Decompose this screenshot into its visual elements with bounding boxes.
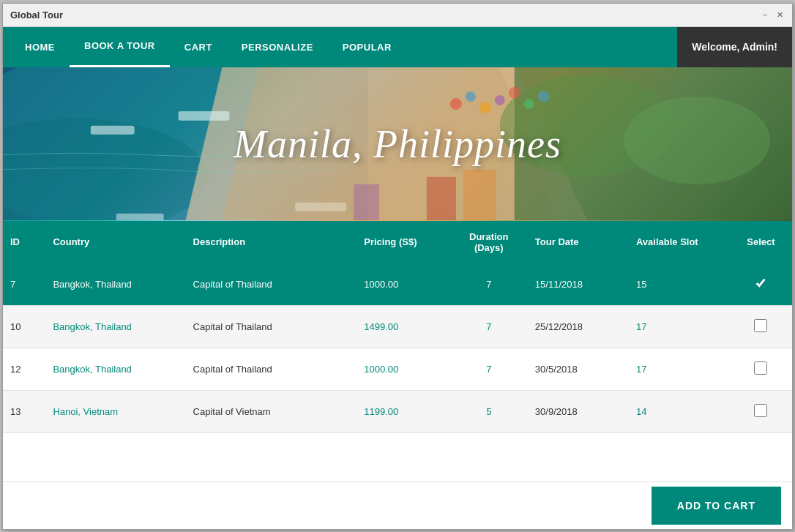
cell-id: 7 bbox=[3, 263, 45, 306]
navbar: HOME BOOK A TOUR CART PERSONALIZE POPULA… bbox=[3, 27, 792, 67]
cell-select bbox=[730, 348, 792, 390]
svg-point-10 bbox=[450, 97, 462, 109]
cell-tour-date: 30/5/2018 bbox=[528, 348, 629, 390]
title-bar: Global Tour − ✕ bbox=[3, 4, 792, 27]
cell-available-slot: 14 bbox=[629, 390, 730, 432]
table-scroll-area[interactable]: ID Country Description Pricing (S$) Dura… bbox=[3, 221, 792, 482]
svg-point-13 bbox=[495, 94, 505, 105]
select-checkbox[interactable] bbox=[754, 319, 767, 332]
cell-duration: 7 bbox=[450, 305, 528, 348]
hero-title: Manila, Philippines bbox=[234, 121, 561, 167]
col-header-tour-date: Tour Date bbox=[528, 221, 629, 263]
col-header-duration: Duration(Days) bbox=[450, 221, 528, 263]
cell-country: Bangkok, Thailand bbox=[45, 263, 185, 306]
cell-pricing: 1000.00 bbox=[357, 348, 449, 390]
cell-description: Capital of Thailand bbox=[186, 263, 357, 306]
cell-select bbox=[730, 390, 792, 432]
cell-pricing: 1199.00 bbox=[357, 390, 449, 432]
select-checkbox[interactable] bbox=[754, 361, 767, 375]
nav-item-book-tour[interactable]: BOOK A TOUR bbox=[70, 27, 170, 67]
table-row: 13 Hanoi, Vietnam Capital of Vietnam 119… bbox=[3, 390, 792, 432]
close-button[interactable]: ✕ bbox=[775, 10, 785, 20]
cell-description: Capital of Thailand bbox=[186, 348, 357, 390]
col-header-id: ID bbox=[3, 221, 45, 263]
svg-point-12 bbox=[479, 101, 491, 113]
col-header-description: Description bbox=[186, 221, 357, 263]
cell-tour-date: 30/9/2018 bbox=[528, 390, 629, 432]
cell-country: Bangkok, Thailand bbox=[45, 348, 185, 390]
cell-select bbox=[730, 263, 792, 306]
cell-duration: 5 bbox=[450, 390, 528, 432]
table-row: 7 Bangkok, Thailand Capital of Thailand … bbox=[3, 263, 792, 306]
svg-rect-6 bbox=[91, 125, 135, 134]
cell-id: 12 bbox=[3, 348, 45, 390]
welcome-message: Welcome, Admin! bbox=[677, 27, 792, 67]
cell-country: Hanoi, Vietnam bbox=[45, 390, 185, 432]
nav-item-personalize[interactable]: PERSONALIZE bbox=[227, 27, 328, 67]
svg-point-14 bbox=[509, 86, 520, 98]
footer: ADD TO CART bbox=[3, 482, 792, 529]
cell-duration: 7 bbox=[450, 348, 528, 390]
tour-table-container: ID Country Description Pricing (S$) Dura… bbox=[3, 221, 792, 482]
cell-description: Capital of Vietnam bbox=[186, 390, 357, 432]
nav-links: HOME BOOK A TOUR CART PERSONALIZE POPULA… bbox=[3, 27, 406, 67]
select-checkbox[interactable] bbox=[754, 277, 767, 290]
add-to-cart-button[interactable]: ADD TO CART bbox=[652, 487, 781, 525]
hero-banner: Manila, Philippines bbox=[3, 67, 792, 221]
cell-id: 10 bbox=[3, 305, 45, 348]
cell-tour-date: 15/11/2018 bbox=[528, 263, 629, 306]
svg-rect-7 bbox=[179, 110, 230, 120]
svg-point-15 bbox=[524, 98, 534, 108]
select-checkbox[interactable] bbox=[754, 404, 767, 417]
nav-item-cart[interactable]: CART bbox=[170, 27, 227, 67]
cell-tour-date: 25/12/2018 bbox=[528, 305, 629, 348]
cell-id: 13 bbox=[3, 390, 45, 432]
svg-rect-17 bbox=[427, 176, 456, 220]
col-header-pricing: Pricing (S$) bbox=[357, 221, 449, 263]
cell-available-slot: 17 bbox=[629, 305, 730, 348]
window-title: Global Tour bbox=[10, 10, 63, 20]
table-header-row: ID Country Description Pricing (S$) Dura… bbox=[3, 221, 792, 263]
table-row: 12 Bangkok, Thailand Capital of Thailand… bbox=[3, 348, 792, 390]
col-header-select: Select bbox=[730, 221, 792, 263]
svg-rect-19 bbox=[354, 184, 379, 220]
svg-rect-9 bbox=[295, 202, 346, 211]
cell-pricing: 1499.00 bbox=[357, 305, 449, 348]
tour-table: ID Country Description Pricing (S$) Dura… bbox=[3, 221, 792, 433]
cell-available-slot: 17 bbox=[629, 348, 730, 390]
svg-point-16 bbox=[538, 90, 550, 102]
main-window: Global Tour − ✕ HOME BOOK A TOUR CART PE… bbox=[2, 3, 793, 530]
minimize-button[interactable]: − bbox=[760, 10, 770, 20]
cell-duration: 7 bbox=[450, 263, 528, 306]
nav-item-home[interactable]: HOME bbox=[10, 27, 70, 67]
title-bar-controls: − ✕ bbox=[760, 10, 785, 20]
nav-item-popular[interactable]: POPULAR bbox=[328, 27, 406, 67]
cell-select bbox=[730, 305, 792, 348]
svg-point-5 bbox=[624, 96, 770, 184]
col-header-country: Country bbox=[45, 221, 185, 263]
table-row: 10 Bangkok, Thailand Capital of Thailand… bbox=[3, 305, 792, 348]
svg-rect-18 bbox=[463, 169, 496, 220]
cell-description: Capital of Thailand bbox=[186, 305, 357, 348]
cell-pricing: 1000.00 bbox=[357, 263, 449, 306]
svg-rect-8 bbox=[116, 213, 164, 220]
col-header-available-slot: Available Slot bbox=[629, 221, 730, 263]
svg-point-11 bbox=[466, 91, 476, 101]
cell-available-slot: 15 bbox=[629, 263, 730, 306]
cell-country: Bangkok, Thailand bbox=[45, 305, 185, 348]
